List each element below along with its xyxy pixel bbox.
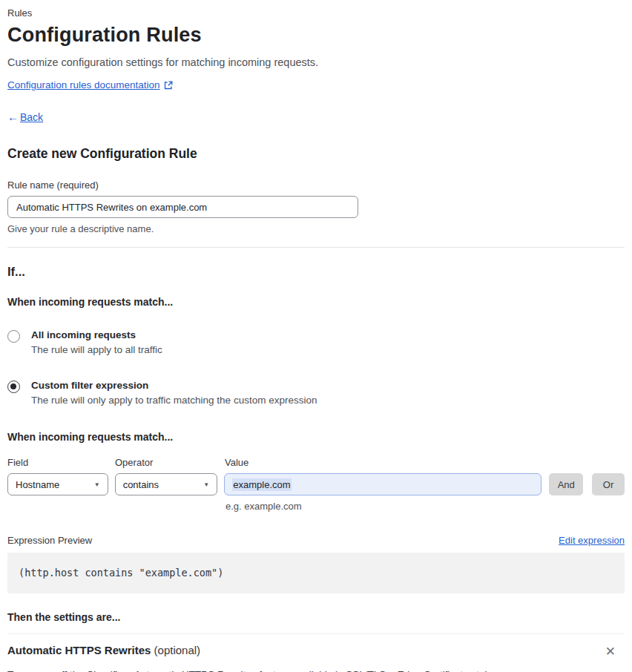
radio-label: All incoming requests (31, 329, 162, 340)
field-select-value: Hostname (16, 479, 59, 490)
documentation-link-row: Configuration rules documentation (7, 79, 625, 90)
rule-name-help: Give your rule a descriptive name. (7, 223, 625, 234)
radio-description: The rule will only apply to traffic matc… (31, 395, 317, 406)
documentation-link[interactable]: Configuration rules documentation (7, 79, 160, 90)
rule-name-input[interactable] (7, 196, 358, 218)
operator-select-value: contains (123, 479, 159, 490)
then-section-title: Then the settings are... (7, 611, 625, 623)
back-arrow-icon: ← (7, 111, 19, 123)
builder-title: When incoming requests match... (7, 431, 625, 443)
configuration-rules-page: Rules Configuration Rules Customize conf… (0, 0, 632, 672)
operator-select[interactable]: contains ▼ (115, 473, 218, 495)
chevron-down-icon: ▼ (94, 481, 100, 488)
value-column-label: Value (225, 457, 248, 468)
setting-name: Automatic HTTPS Rewrites (7, 644, 151, 656)
chevron-down-icon: ▼ (203, 481, 209, 488)
section-divider (7, 247, 625, 248)
rule-name-label: Rule name (required) (7, 179, 625, 191)
create-rule-title: Create new Configuration Rule (7, 146, 625, 162)
expression-preview-label: Expression Preview (7, 535, 92, 546)
edit-expression-link[interactable]: Edit expression (559, 535, 625, 546)
value-help-text: e.g. example.com (226, 501, 625, 512)
operator-column-label: Operator (115, 457, 225, 468)
value-input[interactable]: example.com (224, 473, 542, 495)
if-section-title: If... (7, 265, 625, 279)
value-input-text: example.com (232, 478, 291, 491)
back-link[interactable]: Back (20, 111, 43, 123)
match-mode-title: When incoming requests match... (7, 296, 625, 308)
match-radio[interactable] (7, 330, 20, 343)
page-subtitle: Customize configuration settings for mat… (7, 56, 625, 68)
field-select[interactable]: Hostname ▼ (7, 473, 108, 495)
radio-label: Custom filter expression (31, 380, 317, 391)
option-custom-filter-expression[interactable]: Custom filter expression The rule will o… (7, 380, 625, 406)
expression-preview-code: (http.host contains "example.com") (7, 553, 625, 593)
settings-divider (7, 633, 625, 634)
and-button[interactable]: And (549, 473, 583, 495)
match-radio[interactable] (7, 381, 20, 393)
back-link-row: ← Back (7, 111, 625, 123)
field-column-label: Field (7, 457, 115, 468)
expression-builder: When incoming requests match... Field Op… (7, 431, 625, 512)
setting-optional-label: (optional) (151, 644, 200, 656)
option-all-incoming-requests[interactable]: All incoming requests The rule will appl… (7, 329, 625, 355)
page-title: Configuration Rules (7, 24, 625, 47)
breadcrumb: Rules (7, 7, 625, 19)
radio-description: The rule will apply to all traffic (31, 344, 162, 355)
external-link-icon (164, 81, 173, 90)
setting-description: Turn on or off the Cloudflare Automatic … (7, 669, 625, 672)
or-button[interactable]: Or (592, 473, 625, 495)
close-icon[interactable]: ✕ (602, 644, 619, 659)
